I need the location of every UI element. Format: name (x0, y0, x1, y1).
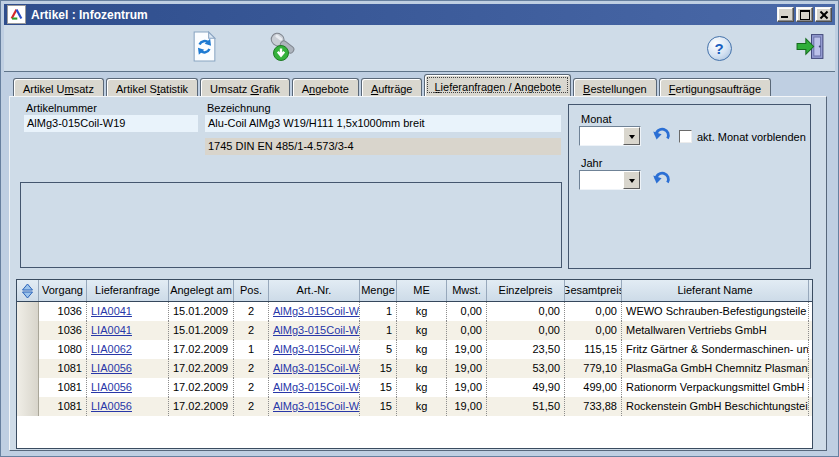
drilldown-search-button[interactable] (266, 28, 306, 68)
jahr-label: Jahr (581, 157, 602, 169)
tab-label-part: Artikel U (23, 83, 65, 95)
lieferanfrage-link[interactable]: LIA0062 (91, 343, 132, 355)
column-header-mwst[interactable]: Mwst. (447, 280, 487, 301)
jahr-dropdown-button[interactable] (623, 171, 640, 189)
tab-umsatz-grafik[interactable]: Umsatz Grafik (200, 78, 290, 96)
tab-label-part: A (302, 83, 309, 95)
lieferanfrage-link[interactable]: LIA0041 (91, 324, 132, 336)
cell-menge: 1 (360, 302, 397, 321)
cell-lieferanfrage: LIA0041 (87, 321, 169, 340)
lieferanfrage-link[interactable]: LIA0056 (91, 381, 132, 393)
cell-mwst: 0,00 (447, 302, 487, 321)
help-icon: ? (707, 36, 732, 61)
cell-einzelpreis: 0,00 (487, 321, 565, 340)
tab-strip: Artikel UmsatzArtikel StatistikUmsatz Gr… (13, 75, 827, 96)
table-row[interactable]: 1080LIA006217.02.20091AlMg3-015Coil-W195… (17, 340, 812, 359)
cell-vorgang: 1081 (39, 378, 87, 397)
column-header-me[interactable]: ME (397, 280, 447, 301)
cell-menge: 15 (360, 359, 397, 378)
cell-me: kg (397, 359, 447, 378)
cell-art-nr: AlMg3-015Coil-W19 (269, 321, 360, 340)
column-header-vorgang[interactable]: Vorgang (39, 280, 87, 301)
column-header-einzelpreis[interactable]: Einzelpreis (487, 280, 565, 301)
cell-art-nr: AlMg3-015Coil-W19 (269, 340, 360, 359)
cell-vorgang: 1081 (39, 359, 87, 378)
cell-row-selector (17, 397, 39, 416)
help-button[interactable]: ? (699, 28, 739, 68)
cell-art-nr: AlMg3-015Coil-W19 (269, 302, 360, 321)
tab-label-part: atistik (160, 83, 188, 95)
cell-mwst: 19,00 (447, 397, 487, 416)
akt-monat-vorblenden-checkbox[interactable] (679, 130, 692, 143)
jahr-refresh-button[interactable] (651, 170, 673, 190)
tab-fertigungsauftr-ge[interactable]: Fertigungsaufträge (659, 78, 771, 96)
cell-angelegt-am: 15.01.2009 (169, 302, 234, 321)
cell-angelegt-am: 15.01.2009 (169, 321, 234, 340)
cell-pos: 2 (234, 359, 269, 378)
cell-einzelpreis: 49,90 (487, 378, 565, 397)
art-nr-link[interactable]: AlMg3-015Coil-W19 (273, 324, 360, 336)
column-header-row-selector[interactable] (17, 280, 39, 301)
artikelnummer-field[interactable]: AlMg3-015Coil-W19 (24, 115, 198, 132)
jahr-combobox[interactable] (579, 170, 641, 190)
tab-artikel-umsatz[interactable]: Artikel Umsatz (13, 78, 104, 96)
refresh-arrow-icon (652, 176, 672, 191)
lieferanfrage-link[interactable]: LIA0041 (91, 305, 132, 317)
monat-refresh-button[interactable] (651, 126, 673, 146)
column-header-lieferanfrage[interactable]: Lieferanfrage (87, 280, 169, 301)
column-header-art-nr[interactable]: Art.-Nr. (269, 280, 360, 301)
cell-mwst: 19,00 (447, 340, 487, 359)
art-nr-link[interactable]: AlMg3-015Coil-W19 (273, 400, 360, 412)
filter-panel: Monat akt. Monat vorblenden Jahr (568, 104, 811, 269)
art-nr-link[interactable]: AlMg3-015Coil-W19 (273, 305, 360, 317)
tab-bestellungen[interactable]: Bestellungen (573, 78, 657, 96)
table-row[interactable]: 1081LIA005617.02.20092AlMg3-015Coil-W191… (17, 359, 812, 378)
close-button[interactable] (815, 7, 832, 22)
lieferanfrage-link[interactable]: LIA0056 (91, 400, 132, 412)
maximize-button[interactable] (796, 7, 813, 22)
cell-einzelpreis: 51,50 (487, 397, 565, 416)
refresh-view-button[interactable] (184, 28, 224, 68)
art-nr-link[interactable]: AlMg3-015Coil-W19 (273, 343, 360, 355)
cell-art-nr: AlMg3-015Coil-W19 (269, 359, 360, 378)
table-row[interactable]: 1081LIA005617.02.20092AlMg3-015Coil-W191… (17, 397, 812, 416)
column-header-angelegt-am[interactable]: Angelegt am (169, 280, 234, 301)
monat-combobox[interactable] (579, 126, 641, 146)
chevron-down-icon (629, 135, 635, 142)
cell-lieferant-name: Fritz Gärtner & Sondermaschinen- und (622, 340, 809, 359)
tab-auftr-ge[interactable]: Aufträge (361, 78, 423, 96)
table-row[interactable]: 1036LIA004115.01.20092AlMg3-015Coil-W191… (17, 321, 812, 340)
title-bar[interactable]: Artikel : Infozentrum (4, 4, 835, 25)
window-title: Artikel : Infozentrum (31, 8, 148, 22)
tab-label-part: ertigungsaufträge (675, 83, 761, 95)
art-nr-link[interactable]: AlMg3-015Coil-W19 (273, 362, 360, 374)
cell-mwst: 19,00 (447, 378, 487, 397)
refresh-arrow-icon (652, 132, 672, 147)
tab-angebote[interactable]: Angebote (292, 78, 359, 96)
cell-mwst: 0,00 (447, 321, 487, 340)
cell-menge: 5 (360, 340, 397, 359)
column-header-menge[interactable]: Menge (360, 280, 397, 301)
art-nr-link[interactable]: AlMg3-015Coil-W19 (273, 381, 360, 393)
cell-art-nr: AlMg3-015Coil-W19 (269, 378, 360, 397)
cell-lieferant-name: Rockenstein GmbH Beschichtungstei (622, 397, 809, 416)
minimize-button[interactable] (777, 7, 794, 22)
bezeichnung-label: Bezeichnung (207, 102, 271, 114)
toolbar: ? (4, 25, 835, 72)
lieferanfrage-link[interactable]: LIA0056 (91, 362, 132, 374)
cell-gesamtpreis: 779,10 (565, 359, 622, 378)
monat-dropdown-button[interactable] (623, 127, 640, 145)
table-row[interactable]: 1081LIA005617.02.20092AlMg3-015Coil-W191… (17, 378, 812, 397)
cell-art-nr: AlMg3-015Coil-W19 (269, 397, 360, 416)
column-header-gesamtpreis[interactable]: Gesamtpreis (565, 280, 622, 301)
column-header-lieferant-name[interactable]: Lieferant Name (622, 280, 809, 301)
cell-lieferant-name: WEWO Schrauben-Befestigungsteile (622, 302, 809, 321)
tab-artikel-statistik[interactable]: Artikel Statistik (106, 78, 198, 96)
artikelnummer-label: Artikelnummer (26, 102, 97, 114)
cell-menge: 15 (360, 378, 397, 397)
bezeichnung-field[interactable]: Alu-Coil AlMg3 W19/H111 1,5x1000mm breit (205, 115, 561, 132)
column-header-pos[interactable]: Pos. (234, 280, 269, 301)
tab-lieferanfragen-angebote[interactable]: Lieferanfragen / Angebote (424, 74, 571, 96)
table-row[interactable]: 1036LIA004115.01.20092AlMg3-015Coil-W191… (17, 302, 812, 321)
exit-button[interactable] (790, 28, 830, 68)
